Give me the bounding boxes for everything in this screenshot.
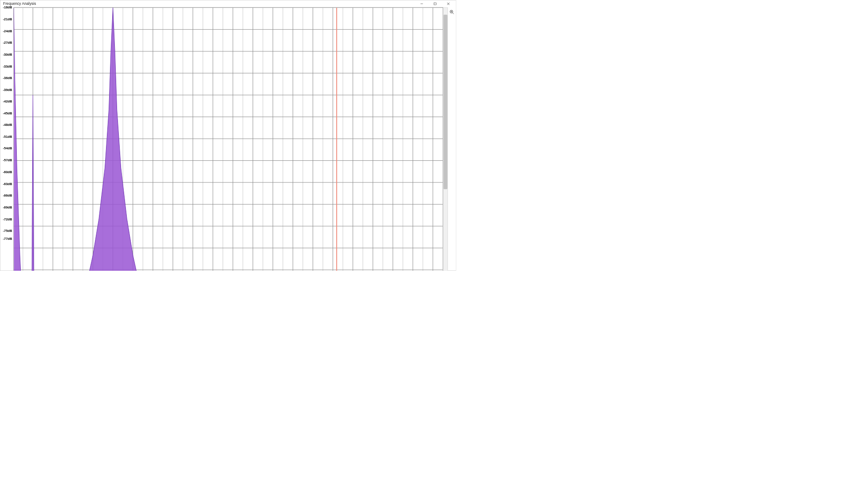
y-tick: -54dB [3, 147, 12, 151]
maximize-button[interactable] [428, 0, 442, 7]
scrollbar-thumb[interactable] [443, 15, 447, 189]
y-tick: -63dB [3, 182, 12, 186]
y-tick: -30dB [3, 53, 12, 57]
window-buttons [415, 0, 455, 7]
y-tick: -48dB [3, 123, 12, 127]
y-tick: -57dB [3, 158, 12, 162]
y-tick: -77dB [3, 237, 12, 241]
minimize-button[interactable] [415, 0, 428, 7]
y-tick: -27dB [3, 41, 12, 45]
y-tick: -51dB [3, 135, 12, 139]
y-tick: -36dB [3, 76, 12, 80]
vertical-scrollbar[interactable] [443, 8, 448, 271]
right-toolstrip [448, 8, 456, 271]
zoom-in-icon[interactable] [448, 9, 455, 15]
y-tick: -33dB [3, 64, 12, 68]
svg-line-70 [453, 13, 454, 14]
y-tick: -18dB [3, 5, 12, 9]
y-tick: -42dB [3, 99, 12, 103]
y-tick: -75dB [3, 229, 12, 233]
frequency-analysis-window: Frequency Analysis -18dB-21dB-24dB-27dB-… [0, 0, 456, 271]
spectrum-plot-area: -18dB-21dB-24dB-27dB-30dB-33dB-36dB-39dB… [2, 8, 448, 271]
y-tick: -24dB [3, 29, 12, 33]
y-axis: -18dB-21dB-24dB-27dB-30dB-33dB-36dB-39dB… [2, 8, 14, 271]
y-tick: -45dB [3, 111, 12, 115]
y-tick: -72dB [3, 217, 12, 221]
titlebar: Frequency Analysis [0, 0, 456, 8]
y-tick: -60dB [3, 170, 12, 174]
spectrum-plot[interactable] [14, 8, 443, 271]
svg-rect-1 [434, 3, 436, 5]
y-tick: -66dB [3, 193, 12, 197]
close-window-button[interactable] [442, 0, 455, 7]
y-tick: -39dB [3, 88, 12, 92]
y-tick: -69dB [3, 205, 12, 209]
y-tick: -21dB [3, 17, 12, 21]
